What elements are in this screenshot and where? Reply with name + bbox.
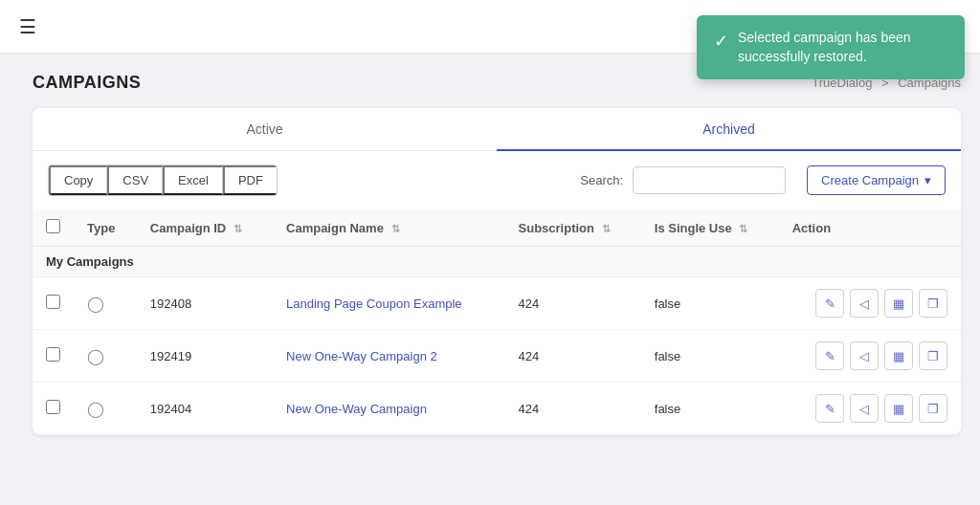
row-3-campaign-id: 192404 (137, 383, 273, 435)
select-all-checkbox[interactable] (46, 219, 60, 233)
tab-active[interactable]: Active (33, 108, 497, 150)
table-row: ◯ 192404 New One-Way Campaign 424 false … (33, 383, 961, 435)
table-row: ◯ 192419 New One-Way Campaign 2 424 fals… (33, 330, 961, 383)
sort-icon-subscription[interactable]: ⇅ (602, 223, 611, 235)
row-1-subscription: 424 (505, 277, 641, 330)
row-2-checkbox[interactable] (46, 347, 60, 362)
row-1-type: ◯ (74, 277, 137, 330)
table-header: Type Campaign ID ⇅ Campaign Name ⇅ Subsc… (33, 209, 961, 247)
row-3-action-btns: ✎ ◁ ▦ ❐ (792, 394, 947, 423)
toast-notification: ✓ Selected campaign has been successfull… (697, 15, 965, 79)
row-2-checkbox-cell (33, 330, 74, 383)
row-1-checkbox[interactable] (46, 295, 60, 309)
row-1-chart-button[interactable]: ▦ (884, 289, 913, 318)
col-is-single-use: Is Single Use ⇅ (641, 209, 779, 247)
row-3-is-single-use: false (641, 383, 779, 435)
col-checkbox (33, 209, 74, 247)
group-label: My Campaigns (33, 247, 961, 277)
sort-icon-campaign-name[interactable]: ⇅ (391, 223, 400, 235)
row-2-actions: ✎ ◁ ▦ ❐ (779, 330, 961, 383)
row-1-is-single-use: false (641, 277, 779, 330)
row-3-campaign-link[interactable]: New One-Way Campaign (286, 402, 427, 416)
row-2-is-single-use: false (641, 330, 779, 383)
row-1-checkbox-cell (33, 277, 74, 330)
export-btn-group: Copy CSV Excel PDF (48, 165, 278, 196)
row-3-checkbox-cell (33, 383, 74, 435)
toast-message: Selected campaign has been successfully … (738, 29, 947, 66)
col-type: Type (74, 209, 137, 247)
create-campaign-button[interactable]: Create Campaign ▾ (807, 165, 946, 195)
row-2-type: ◯ (74, 330, 137, 383)
row-1-campaign-name: Landing Page Coupon Example (273, 277, 505, 330)
page-title: CAMPAIGNS (33, 73, 141, 93)
search-label: Search: (580, 173, 623, 187)
campaigns-table-wrap: Type Campaign ID ⇅ Campaign Name ⇅ Subsc… (33, 209, 961, 435)
search-input[interactable] (633, 166, 786, 194)
table-row: ◯ 192408 Landing Page Coupon Example 424… (33, 277, 961, 330)
row-1-edit-button[interactable]: ✎ (815, 289, 844, 318)
row-3-copy-button[interactable]: ❐ (919, 394, 947, 423)
row-1-copy-button[interactable]: ❐ (919, 289, 947, 318)
row-2-chart-button[interactable]: ▦ (884, 341, 913, 370)
row-1-campaign-id: 192408 (137, 277, 273, 330)
col-campaign-name: Campaign Name ⇅ (273, 209, 505, 247)
sort-icon-campaign-id[interactable]: ⇅ (234, 223, 242, 235)
row-3-edit-button[interactable]: ✎ (815, 394, 844, 423)
row-2-edit-button[interactable]: ✎ (815, 341, 844, 370)
pdf-button[interactable]: PDF (223, 165, 277, 195)
tab-bar: Active Archived (33, 108, 961, 151)
row-2-campaign-name: New One-Way Campaign 2 (273, 330, 505, 383)
row-1-campaign-link[interactable]: Landing Page Coupon Example (286, 296, 462, 311)
row-3-send-button[interactable]: ◁ (850, 394, 879, 423)
row-1-send-button[interactable]: ◁ (850, 289, 879, 318)
dropdown-arrow-icon: ▾ (924, 173, 931, 187)
toolbar: Copy CSV Excel PDF Search: Create Campai… (33, 151, 961, 209)
row-2-subscription: 424 (505, 330, 641, 383)
copy-button[interactable]: Copy (49, 165, 107, 195)
sort-icon-single-use[interactable]: ⇅ (739, 223, 747, 235)
row-2-action-btns: ✎ ◁ ▦ ❐ (792, 341, 947, 370)
col-subscription: Subscription ⇅ (505, 209, 641, 247)
row-3-checkbox[interactable] (46, 400, 60, 414)
campaigns-card: Active Archived Copy CSV Excel PDF Searc… (33, 108, 961, 435)
col-campaign-id: Campaign ID ⇅ (137, 209, 273, 247)
row-1-action-btns: ✎ ◁ ▦ ❐ (792, 289, 947, 318)
search-area: Search: Create Campaign ▾ (580, 165, 946, 195)
row-3-subscription: 424 (505, 383, 641, 435)
row-2-campaign-link[interactable]: New One-Way Campaign 2 (286, 349, 437, 363)
row-3-chart-button[interactable]: ▦ (884, 394, 913, 423)
row-2-type-icon: ◯ (87, 348, 104, 364)
csv-button[interactable]: CSV (107, 165, 163, 195)
col-action: Action (779, 209, 961, 247)
toast-check-icon: ✓ (714, 31, 728, 52)
excel-button[interactable]: Excel (163, 165, 223, 195)
tab-archived[interactable]: Archived (497, 108, 961, 150)
campaigns-table: Type Campaign ID ⇅ Campaign Name ⇅ Subsc… (33, 209, 961, 435)
row-1-type-icon: ◯ (87, 296, 104, 312)
table-body: My Campaigns ◯ 192408 Landing Page Coupo… (33, 247, 961, 435)
row-3-type: ◯ (74, 383, 137, 435)
row-3-type-icon: ◯ (87, 401, 104, 417)
row-3-campaign-name: New One-Way Campaign (273, 383, 505, 435)
row-1-actions: ✎ ◁ ▦ ❐ (779, 277, 961, 330)
main-content: CAMPAIGNS TrueDialog > Campaigns Active … (13, 54, 980, 454)
hamburger-icon[interactable]: ☰ (19, 15, 36, 38)
group-my-campaigns: My Campaigns (33, 247, 961, 277)
row-2-send-button[interactable]: ◁ (850, 341, 879, 370)
row-2-copy-button[interactable]: ❐ (919, 341, 947, 370)
row-2-campaign-id: 192419 (137, 330, 273, 383)
row-3-actions: ✎ ◁ ▦ ❐ (779, 383, 961, 435)
